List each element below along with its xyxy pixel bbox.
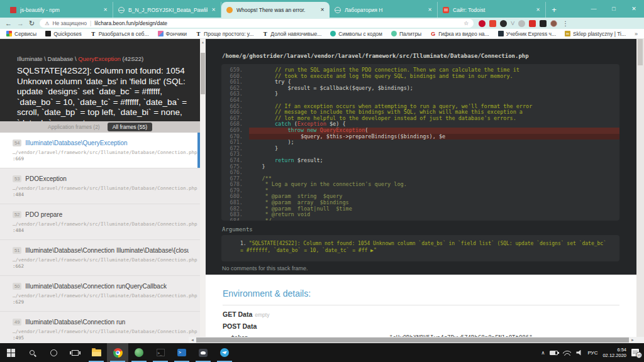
code-token: }: [249, 90, 278, 97]
horizontal-scrollbar[interactable]: ◄ ►: [189, 337, 644, 343]
back-icon[interactable]: ←: [5, 20, 12, 27]
tab-close-icon[interactable]: ✕: [103, 7, 108, 13]
bookmark-item[interactable]: TДолой навязчивые...: [262, 31, 321, 37]
browser-toolbar: ← → ↻ ⚠ Не защищено | lilchara.beon.fun/…: [0, 18, 644, 29]
code-token: try {: [249, 79, 291, 85]
taskbar-clock[interactable]: 6:54 02.12.2020: [602, 347, 626, 359]
acrobat-extension-icon[interactable]: [529, 20, 536, 27]
bookmark-item[interactable]: Фончики: [158, 31, 187, 37]
bookmarks-overflow-icon[interactable]: »: [635, 31, 638, 37]
stack-frame-item[interactable]: 49Illuminate\Database\Connection run…/ve…: [0, 312, 200, 343]
new-tab-button[interactable]: +: [546, 2, 562, 18]
bookmark-label: Сервисы: [14, 31, 36, 37]
reload-icon[interactable]: ↻: [29, 20, 35, 27]
bookmark-label: Проще простого: у...: [204, 31, 253, 37]
tab-close-icon[interactable]: ✕: [536, 7, 540, 13]
todoist-extension-icon[interactable]: [489, 20, 496, 27]
frame-row: 49Illuminate\Database\Connection run: [13, 319, 189, 326]
abp-extension-icon[interactable]: [479, 20, 486, 27]
not-secure-warning-icon[interactable]: ⚠: [45, 21, 49, 26]
taskbar-search-button[interactable]: [21, 343, 43, 362]
volume-icon[interactable]: [576, 350, 582, 356]
line-code: * @return void: [249, 212, 619, 218]
left-panel-scrollbar[interactable]: ▲ ▼: [200, 39, 206, 343]
avatar-extension-icon[interactable]: [550, 20, 557, 27]
scroll-left-icon[interactable]: ◄: [189, 338, 196, 342]
horizontal-scrollbar-thumb[interactable]: [196, 337, 629, 343]
tab-close-icon[interactable]: ✕: [211, 7, 216, 13]
bookmark-star-icon[interactable]: ☆: [464, 20, 469, 26]
tab-close-icon[interactable]: ✕: [320, 7, 325, 13]
forward-icon[interactable]: →: [17, 20, 24, 27]
minimize-icon[interactable]: —: [584, 0, 604, 18]
frame-number-badge: 51: [13, 247, 21, 254]
stack-frame-item[interactable]: 53PDOException…/vendor/laravel/framework…: [0, 168, 200, 204]
taskbar-cortana-button[interactable]: [43, 343, 64, 362]
bookmark-item[interactable]: Quickposes: [45, 31, 81, 37]
main-scrollbar[interactable]: ▼: [636, 39, 644, 343]
environment-section: Environment & details: GET Dataempty POS…: [206, 275, 636, 343]
chrome-icon: [113, 348, 123, 358]
main-scrollbar-thumb[interactable]: [638, 39, 643, 65]
url-text[interactable]: lilchara.beon.fun/p/design/date: [94, 20, 460, 26]
code-token: * @param string $query: [249, 193, 342, 199]
v-extension-icon[interactable]: V: [511, 20, 514, 27]
bookmark-item[interactable]: GГифка из видео на...: [430, 31, 489, 37]
stack-frame-item[interactable]: 54Illuminate\Database\QueryException…/ve…: [0, 133, 200, 168]
taskbar-explorer-button[interactable]: [86, 343, 107, 362]
windows-taskbar: >_> ∧ РУС 6:54 02.12.2020 10: [0, 343, 644, 362]
grey-extension-icon[interactable]: [518, 20, 525, 27]
code-token: */: [249, 217, 272, 221]
stack-frame-item[interactable]: 51Illuminate\Database\Connection Illumin…: [0, 240, 200, 276]
stack-frame-item[interactable]: 50Illuminate\Database\Connection runQuer…: [0, 276, 200, 312]
battery-icon[interactable]: [550, 351, 558, 355]
dark-extension-icon[interactable]: [540, 20, 547, 27]
scroll-up-icon[interactable]: ▲: [200, 40, 206, 44]
tab-title: Лаборатория Н: [345, 7, 424, 13]
taskbar-taskview-button[interactable]: [64, 343, 86, 362]
frame-file-path: …/vendor/laravel/framework/src/Illuminat…: [13, 150, 189, 162]
notification-center-icon[interactable]: 10: [631, 349, 639, 356]
stack-frame-item[interactable]: 52PDO prepare…/vendor/laravel/framework/…: [0, 204, 200, 240]
wakatime-extension-icon[interactable]: [500, 20, 507, 27]
exception-message: SQLSTATE[42S22]: Column not found: 1054 …: [17, 66, 191, 121]
bookmark-favicon-icon: [158, 31, 164, 36]
bookmark-item[interactable]: TПроще простого: у...: [196, 31, 253, 37]
tab-application-frames[interactable]: Application frames (2): [48, 124, 100, 130]
hidden-icons-chevron-icon[interactable]: ∧: [541, 350, 545, 356]
taskbar-start-button[interactable]: [0, 343, 21, 362]
browser-menu-icon[interactable]: ⋮: [562, 20, 569, 27]
bookmark-item[interactable]: Учебник Express ч...: [498, 31, 556, 37]
browser-tab[interactable]: Лаборатория Н✕: [330, 2, 438, 18]
bookmark-item[interactable]: Палитры: [391, 31, 421, 37]
taskbar-telegram-button[interactable]: [214, 343, 235, 362]
bookmark-favicon-icon: T: [196, 31, 201, 36]
bookmark-item[interactable]: Сервисы: [6, 31, 36, 37]
taskbar-discord-button[interactable]: [192, 343, 214, 362]
close-icon[interactable]: ✕: [624, 0, 644, 18]
taskbar-cmd-button[interactable]: >_: [150, 343, 171, 362]
tab-all-frames[interactable]: All frames (55): [108, 123, 152, 131]
address-bar[interactable]: ⚠ Не защищено | lilchara.beon.fun/p/desi…: [40, 19, 474, 28]
tab-close-icon[interactable]: ✕: [428, 7, 432, 13]
frame-title: PDO prepare: [25, 211, 62, 218]
browser-tab[interactable]: B_N_J_ROSYJSKI_Beata_Pawlikow✕: [113, 2, 221, 18]
browser-tab[interactable]: js-beautify - npm✕: [5, 2, 113, 18]
get-data-label: GET Data: [223, 310, 252, 318]
left-scrollbar-thumb[interactable]: [201, 53, 205, 94]
argument-value[interactable]: "SQLSTATE[42S22]: Column not found: 1054…: [240, 241, 606, 253]
taskview-icon: [72, 350, 79, 356]
bookmark-item[interactable]: TРазобраться в себ...: [91, 31, 149, 37]
taskbar-chrome-button[interactable]: [107, 343, 128, 362]
browser-tab[interactable]: Whoops! There was an error.✕: [221, 2, 330, 18]
browser-tab[interactable]: Сайт: Todoist✕: [438, 2, 546, 18]
scroll-right-icon[interactable]: ►: [629, 338, 636, 342]
taskbar-ps-button[interactable]: >: [171, 343, 192, 362]
maximize-icon[interactable]: □: [604, 0, 624, 18]
wifi-icon[interactable]: [563, 350, 571, 356]
bookmark-item[interactable]: Символы с кодом: [330, 31, 382, 37]
taskbar-green-button[interactable]: [128, 343, 150, 362]
bookmark-item[interactable]: tinSklep plastyczny | Ti...: [565, 31, 626, 37]
language-indicator[interactable]: РУС: [587, 350, 597, 356]
desktop-screen: js-beautify - npm✕B_N_J_ROSYJSKI_Beata_P…: [0, 0, 644, 362]
